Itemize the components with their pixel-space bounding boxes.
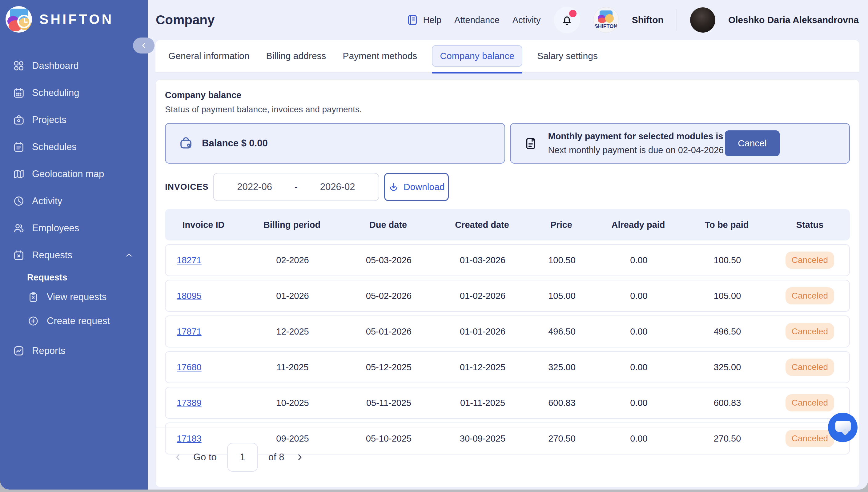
col-due-date: Due date xyxy=(342,220,434,230)
section-subtitle: Status of payment balance, invoices and … xyxy=(165,104,850,115)
col-status: Status xyxy=(770,220,850,230)
invoice-doc-icon xyxy=(523,136,538,150)
sidebar-item-schedules[interactable]: Schedules xyxy=(0,133,148,161)
download-label: Download xyxy=(403,182,444,192)
chevron-up-icon xyxy=(124,251,134,260)
clock-icon xyxy=(13,195,25,207)
view-requests-icon xyxy=(28,292,39,302)
sidebar-collapse-button[interactable] xyxy=(133,38,155,53)
table-row: 18271 02-2026 05-03-2026 01-03-2026 100.… xyxy=(165,244,850,276)
sidebar-item-label: Employees xyxy=(32,223,79,234)
notifications-button[interactable] xyxy=(554,7,580,33)
col-invoice-id: Invoice ID xyxy=(165,220,242,230)
requests-icon xyxy=(13,249,25,261)
next-page-button[interactable] xyxy=(295,452,305,462)
pagination: Go to of 8 xyxy=(156,427,859,487)
table-row: 18095 01-2026 05-02-2026 01-02-2026 105.… xyxy=(165,280,850,312)
sidebar-item-dashboard[interactable]: Dashboard xyxy=(0,52,148,79)
sidebar-item-activity[interactable]: Activity xyxy=(0,188,148,215)
company-avatar[interactable]: SHIFTON xyxy=(593,7,619,33)
notification-dot xyxy=(569,10,577,17)
section-title: Company balance xyxy=(165,90,850,100)
sidebar-item-view-requests[interactable]: View requests xyxy=(0,285,148,309)
invoice-link[interactable]: 17680 xyxy=(177,362,202,372)
attendance-label: Attendance xyxy=(454,15,499,25)
plus-circle-icon xyxy=(28,316,39,326)
main-area: Company Help Attendance Activity xyxy=(148,0,868,490)
status-badge: Canceled xyxy=(785,323,834,340)
invoice-link[interactable]: 18095 xyxy=(177,291,202,301)
wallet-icon xyxy=(179,136,193,151)
page-title: Company xyxy=(156,13,214,27)
shifton-logo-icon xyxy=(5,6,32,32)
sidebar-item-label: Requests xyxy=(32,250,72,261)
sidebar-item-label: Projects xyxy=(32,115,67,125)
people-icon xyxy=(13,222,25,234)
brand-name: SHIFTON xyxy=(40,12,114,27)
sidebar-item-reports[interactable]: Reports xyxy=(0,337,148,364)
divider xyxy=(677,9,677,31)
sidebar-item-label: Geolocation map xyxy=(32,169,104,179)
sidebar-item-geolocation-map[interactable]: Geolocation map xyxy=(0,161,148,188)
status-badge: Canceled xyxy=(785,287,834,304)
requests-subgroup: Requests View requests Crea xyxy=(0,272,148,333)
user-avatar[interactable] xyxy=(690,7,715,32)
invoice-link[interactable]: 17871 xyxy=(177,326,202,337)
date-to[interactable]: 2026-02 xyxy=(320,181,355,193)
sidebar-item-projects[interactable]: Projects xyxy=(0,106,148,133)
invoice-link[interactable]: 17389 xyxy=(177,398,202,408)
activity-link[interactable]: Activity xyxy=(513,15,541,25)
col-created-date: Created date xyxy=(434,220,530,230)
invoice-date-range[interactable]: 2022-06 - 2026-02 xyxy=(213,173,379,201)
activity-label: Activity xyxy=(513,15,541,25)
scheduling-icon xyxy=(13,87,25,99)
sidebar-item-label: Reports xyxy=(32,345,66,356)
chat-bubble-icon xyxy=(836,421,851,432)
map-icon xyxy=(13,168,25,180)
date-separator: - xyxy=(295,181,298,193)
sidebar-item-label: Create request xyxy=(47,316,110,326)
sidebar-item-requests[interactable]: Requests xyxy=(0,242,148,269)
download-button[interactable]: Download xyxy=(384,173,449,201)
help-label: Help xyxy=(423,15,441,25)
sidebar-item-employees[interactable]: Employees xyxy=(0,215,148,242)
go-to-label: Go to xyxy=(193,452,217,463)
col-price: Price xyxy=(530,220,593,230)
status-badge: Canceled xyxy=(785,394,834,412)
tab-company-balance[interactable]: Company balance xyxy=(432,45,522,67)
sidebar-item-label: View requests xyxy=(47,292,107,302)
balance-amount: Balance $ 0.00 xyxy=(202,138,268,149)
tab-salary-settings[interactable]: Salary settings xyxy=(535,45,600,67)
sidebar-item-scheduling[interactable]: Scheduling xyxy=(0,79,148,106)
help-icon xyxy=(406,14,419,26)
chat-widget-button[interactable] xyxy=(828,413,858,442)
cancel-button[interactable]: Cancel xyxy=(725,130,780,156)
page-input[interactable] xyxy=(227,443,258,472)
sidebar-item-label: Dashboard xyxy=(32,60,79,71)
table-row: 17389 10-2025 05-11-2025 01-11-2025 600.… xyxy=(165,387,850,419)
download-icon xyxy=(388,181,399,193)
prev-page-button[interactable] xyxy=(173,452,183,462)
col-to-be-paid: To be paid xyxy=(684,220,770,230)
date-from[interactable]: 2022-06 xyxy=(237,181,272,193)
tab-payment-methods[interactable]: Payment methods xyxy=(341,45,419,67)
company-balance-panel: Company balance Status of payment balanc… xyxy=(156,79,860,487)
invoices-table: Invoice ID Billing period Due date Creat… xyxy=(165,209,850,454)
sidebar-item-create-request[interactable]: Create request xyxy=(0,309,148,333)
briefcase-icon xyxy=(13,114,25,126)
tab-billing-address[interactable]: Billing address xyxy=(264,45,328,67)
sidebar-item-label: Schedules xyxy=(32,142,77,152)
table-header: Invoice ID Billing period Due date Creat… xyxy=(165,209,850,241)
balance-card: Balance $ 0.00 xyxy=(165,123,505,164)
reports-icon xyxy=(13,345,25,357)
invoice-link[interactable]: 18271 xyxy=(177,255,202,265)
monthly-payment-card: Monthly payment for selected modules is … xyxy=(510,123,850,164)
sidebar-item-label: Scheduling xyxy=(32,87,79,98)
attendance-link[interactable]: Attendance xyxy=(454,15,499,25)
brand: SHIFTON xyxy=(0,0,148,32)
company-tabs: General information Billing address Paym… xyxy=(156,40,860,73)
page-total-label: of 8 xyxy=(268,452,284,463)
tab-general-information[interactable]: General information xyxy=(166,45,251,67)
help-link[interactable]: Help xyxy=(406,14,441,26)
topbar: Company Help Attendance Activity xyxy=(148,0,868,40)
